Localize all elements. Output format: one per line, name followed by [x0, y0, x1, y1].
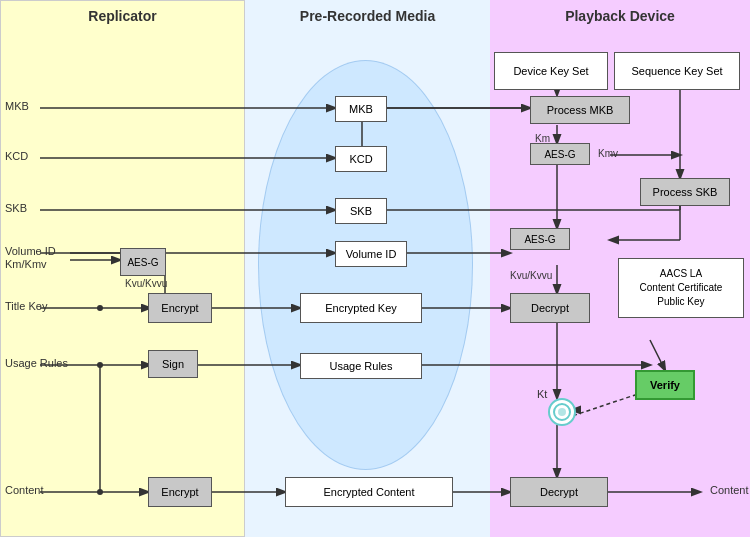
km-kmv-label: Km/Kmv — [5, 258, 47, 270]
usage-rules-label: Usage Rules — [5, 357, 68, 369]
process-mkb-box: Process MKB — [530, 96, 630, 124]
decrypt2-box: Decrypt — [510, 477, 608, 507]
mkb-label: MKB — [5, 100, 29, 112]
aes-g3-box: AES-G — [510, 228, 570, 250]
volume-id-media-box: Volume ID — [335, 241, 407, 267]
kcd-label: KCD — [5, 150, 28, 162]
kt-label: Kt — [537, 388, 547, 400]
mkb-media-box: MKB — [335, 96, 387, 122]
aacs-la-box: AACS LA Content Certificate Public Key — [618, 258, 744, 318]
encrypt2-box: Encrypt — [148, 477, 212, 507]
skb-media-box: SKB — [335, 198, 387, 224]
kcd-media-box: KCD — [335, 146, 387, 172]
kvu-kvvu1-label: Kvu/Kvvu — [125, 278, 167, 289]
device-key-set-box: Device Key Set — [494, 52, 608, 90]
svg-point-41 — [558, 408, 566, 416]
aes-g1-box: AES-G — [120, 248, 166, 276]
volume-id-label: Volume ID — [5, 245, 56, 257]
media-title: Pre-Recorded Media — [245, 8, 490, 24]
content-out-label: Content — [710, 484, 749, 496]
aes-g2-box: AES-G — [530, 143, 590, 165]
km-label: Km — [535, 133, 550, 144]
playback-title: Playback Device — [490, 8, 750, 24]
replicator-title: Replicator — [0, 8, 245, 24]
title-key-label: Title Key — [5, 300, 47, 312]
kmv-label: Kmv — [598, 148, 618, 159]
sign-box: Sign — [148, 350, 198, 378]
verify-box: Verify — [635, 370, 695, 400]
content-label: Content — [5, 484, 44, 496]
skb-label: SKB — [5, 202, 27, 214]
usage-rules-media-box: Usage Rules — [300, 353, 422, 379]
decrypt1-box: Decrypt — [510, 293, 590, 323]
kvu-kvvu2-label: Kvu/Kvvu — [510, 270, 552, 281]
diagram: Replicator Pre-Recorded Media Playback D… — [0, 0, 750, 537]
encrypt1-box: Encrypt — [148, 293, 212, 323]
sequence-key-set-box: Sequence Key Set — [614, 52, 740, 90]
process-skb-box: Process SKB — [640, 178, 730, 206]
encrypted-key-box: Encrypted Key — [300, 293, 422, 323]
kt-circle — [548, 398, 576, 426]
encrypted-content-box: Encrypted Content — [285, 477, 453, 507]
